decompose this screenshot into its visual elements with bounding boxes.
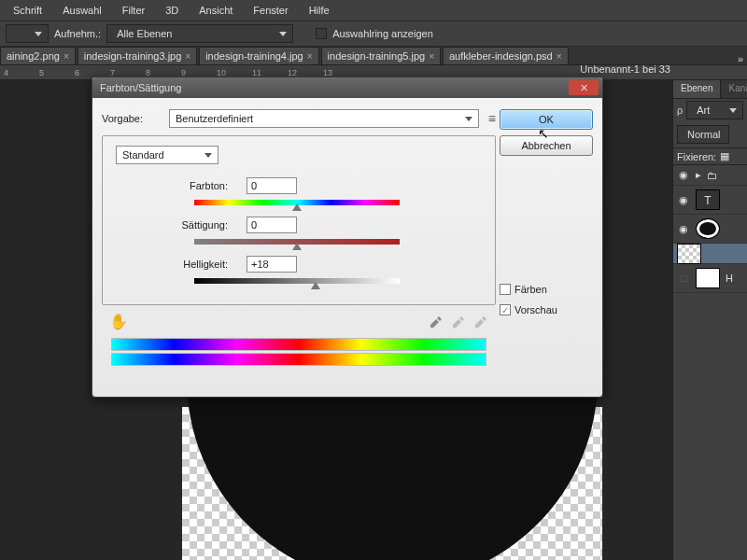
panels: Ebenen Kanäle ρ Art Normal Fixieren: ▦ ◉… (672, 80, 747, 560)
ruler-tick: 5 (39, 68, 75, 77)
menu-item[interactable]: Fenster (244, 1, 297, 20)
ruler-tick: 7 (110, 68, 146, 77)
colorize-label: Färben (514, 284, 547, 295)
chevron-down-icon (279, 32, 287, 36)
hue-saturation-dialog: Farbton/Sättigung ✕ Vorgabe: Benutzerdef… (92, 77, 603, 398)
show-ring-checkbox[interactable] (316, 28, 327, 39)
menu-item[interactable]: Schrift (4, 1, 51, 20)
ruler-tick: 8 (146, 68, 181, 77)
layer-row[interactable]: ◉ (673, 244, 747, 264)
chevron-down-icon (729, 108, 737, 113)
tab-label: aufkleber-indesign.psd (449, 50, 553, 62)
channel-dropdown[interactable]: Standard (116, 146, 218, 164)
document-tabs: aining2.png× indesign-training3.jpg× ind… (0, 47, 747, 65)
ruler-tick: 10 (217, 68, 252, 77)
document-tab[interactable]: aufkleber-indesign.psd× (443, 47, 569, 64)
eyedropper-icon[interactable] (429, 315, 444, 329)
document-tab[interactable]: indesign-training4.jpg× (199, 47, 318, 64)
layer-thumb-empty (677, 244, 701, 264)
tab-label: indesign-training4.jpg (205, 50, 303, 62)
folder-icon: 🗀 (707, 170, 717, 181)
close-button[interactable]: ✕ (569, 80, 599, 95)
spectrum-before (111, 338, 486, 351)
panel-tabs: Ebenen Kanäle (673, 80, 747, 99)
tab-channels[interactable]: Kanäle (721, 80, 747, 98)
dialog-titlebar[interactable]: Farbton/Sättigung ✕ (92, 77, 602, 98)
tab-label: aining2.png (7, 50, 60, 62)
layer-kind-value: Art (697, 105, 710, 116)
colorize-checkbox[interactable] (500, 284, 511, 295)
visibility-hidden-icon[interactable]: □ (677, 273, 690, 284)
layer-row[interactable]: □ H (673, 264, 747, 293)
visibility-icon[interactable]: ◉ (677, 223, 690, 235)
adjustments-frame: Standard Farbton: Sättigung: (102, 135, 496, 305)
dialog-title: Farbton/Sättigung (100, 82, 181, 93)
layer-thumb-shape (696, 218, 720, 239)
lightness-input[interactable] (247, 256, 297, 273)
layer-row[interactable]: ◉ T (673, 186, 747, 215)
close-icon[interactable]: × (557, 51, 562, 62)
document-tab[interactable]: indesign-training5.jpg× (321, 47, 441, 64)
slider-thumb[interactable] (292, 243, 302, 250)
layer-thumb-text: T (696, 189, 720, 210)
sample-scope-dropdown[interactable]: Alle Ebenen (106, 24, 293, 43)
ruler-tick: 13 (323, 68, 359, 77)
ruler-tick: 9 (181, 68, 217, 77)
menu-item[interactable]: Ansicht (190, 1, 242, 20)
tool-preset-dropdown[interactable] (6, 24, 49, 43)
eyedropper-subtract-icon[interactable] (473, 315, 488, 329)
spectrum-bars (111, 338, 486, 366)
close-icon[interactable]: × (307, 51, 313, 62)
layer-label: H (726, 273, 733, 284)
close-icon[interactable]: × (63, 51, 69, 62)
preview-label: Vorschau (514, 304, 557, 315)
lightness-slider[interactable] (194, 278, 400, 284)
preset-dropdown[interactable]: Benutzerdefiniert (169, 109, 479, 128)
menu-item[interactable]: Auswahl (53, 1, 111, 20)
preset-menu-icon[interactable]: ≡ (488, 111, 496, 126)
tab-overflow-icon[interactable]: » (738, 53, 747, 64)
chevron-right-icon[interactable]: ▸ (696, 169, 701, 181)
preset-value: Benutzerdefiniert (176, 113, 253, 124)
layer-kind-dropdown[interactable]: Art (686, 101, 743, 119)
slider-thumb[interactable] (292, 203, 302, 211)
preview-checkbox[interactable] (500, 304, 511, 315)
menu-item[interactable]: 3D (156, 1, 188, 20)
document-tab[interactable]: indesign-training3.jpg× (78, 47, 197, 64)
blend-mode-dropdown[interactable]: Normal (677, 125, 729, 144)
options-bar: Aufnehm.: Alle Ebenen Auswahlring anzeig… (0, 21, 747, 47)
lock-pixels-icon[interactable]: ▦ (720, 150, 729, 162)
menubar: Schrift Auswahl Filter 3D Ansicht Fenste… (0, 0, 747, 21)
cancel-button[interactable]: Abbrechen (500, 135, 593, 156)
saturation-label: Sättigung: (116, 219, 228, 231)
saturation-input[interactable] (247, 217, 297, 233)
slider-thumb[interactable] (311, 282, 320, 289)
ruler-tick: 11 (252, 68, 288, 77)
tab-layers[interactable]: Ebenen (673, 80, 721, 98)
close-icon[interactable]: × (185, 51, 190, 62)
canvas[interactable] (182, 407, 602, 560)
document-tab[interactable]: aining2.png× (0, 47, 76, 64)
hue-input[interactable] (247, 177, 297, 194)
layer-row[interactable]: ◉ (673, 215, 747, 244)
lock-label: Fixieren: (677, 151, 716, 162)
visibility-icon[interactable]: ◉ (677, 169, 690, 181)
menu-item[interactable]: Filter (113, 1, 154, 20)
chevron-down-icon (465, 117, 472, 121)
saturation-slider[interactable] (194, 239, 400, 245)
tab-label: indesign-training5.jpg (328, 50, 426, 62)
chevron-down-icon (204, 153, 212, 158)
layer-row[interactable]: ◉ ▸ 🗀 (673, 165, 747, 186)
sample-scope-value: Alle Ebenen (117, 28, 172, 39)
hue-slider[interactable] (194, 200, 400, 205)
eyedropper-add-icon[interactable] (451, 315, 466, 329)
scrubby-hand-icon[interactable]: ✋ (109, 313, 128, 330)
doc-title-right: Unbenannt-1 bei 33 (580, 63, 670, 75)
menu-item[interactable]: Hilfe (300, 1, 339, 20)
ok-button[interactable]: OK (500, 109, 593, 130)
close-icon[interactable]: × (429, 51, 434, 62)
show-ring-label: Auswahlring anzeigen (332, 28, 433, 39)
preset-label: Vorgabe: (102, 113, 160, 124)
sample-label: Aufnehm.: (54, 28, 101, 39)
visibility-icon[interactable]: ◉ (677, 194, 690, 206)
